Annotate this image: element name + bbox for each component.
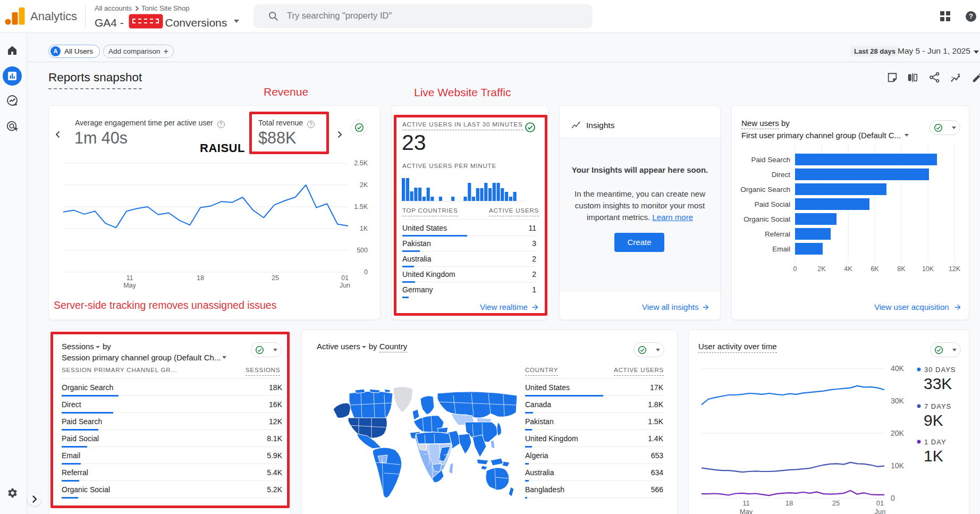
svg-text:20K: 20K: [891, 429, 905, 437]
svg-text:1K: 1K: [360, 225, 368, 232]
svg-text:Jun: Jun: [340, 282, 350, 289]
svg-text:Organic Social: Organic Social: [744, 215, 790, 223]
svg-text:0: 0: [891, 494, 895, 502]
svg-text:30K: 30K: [891, 397, 905, 405]
svg-text:10K: 10K: [922, 265, 934, 273]
svg-text:8K: 8K: [897, 265, 906, 273]
svg-text:May: May: [740, 508, 753, 514]
svg-text:Direct: Direct: [772, 171, 791, 179]
svg-text:1.5K: 1.5K: [354, 203, 368, 210]
svg-text:2.5K: 2.5K: [354, 159, 368, 167]
svg-text:1 DAY: 1 DAY: [924, 438, 947, 446]
svg-text:33K: 33K: [924, 375, 952, 392]
svg-text:11: 11: [742, 499, 750, 507]
svg-text:0: 0: [793, 265, 797, 273]
svg-text:Paid Social: Paid Social: [754, 200, 790, 208]
svg-text:30 DAYS: 30 DAYS: [924, 366, 956, 374]
svg-text:12K: 12K: [949, 265, 961, 273]
svg-text:2K: 2K: [817, 265, 826, 273]
svg-text:18: 18: [785, 499, 793, 507]
svg-text:7 DAYS: 7 DAYS: [924, 402, 951, 410]
svg-text:0: 0: [364, 268, 368, 276]
svg-text:1K: 1K: [924, 447, 943, 465]
svg-text:Jun: Jun: [875, 508, 886, 514]
svg-text:18: 18: [197, 274, 204, 282]
svg-text:4K: 4K: [844, 265, 852, 273]
svg-text:Referral: Referral: [765, 230, 790, 238]
svg-text:500: 500: [357, 247, 368, 254]
svg-text:Organic Search: Organic Search: [740, 186, 790, 193]
svg-text:01: 01: [876, 499, 884, 507]
svg-text:9K: 9K: [924, 411, 943, 429]
svg-text:Paid Search: Paid Search: [751, 156, 790, 164]
svg-text:11: 11: [126, 274, 133, 282]
svg-text:Email: Email: [772, 245, 790, 253]
svg-text:10K: 10K: [891, 461, 905, 470]
svg-text:6K: 6K: [871, 265, 879, 273]
svg-text:May: May: [123, 282, 136, 289]
svg-text:2K: 2K: [360, 181, 368, 189]
svg-text:25: 25: [832, 499, 840, 507]
svg-text:01: 01: [341, 274, 349, 282]
svg-text:40K: 40K: [891, 364, 905, 373]
svg-text:25: 25: [272, 274, 279, 282]
